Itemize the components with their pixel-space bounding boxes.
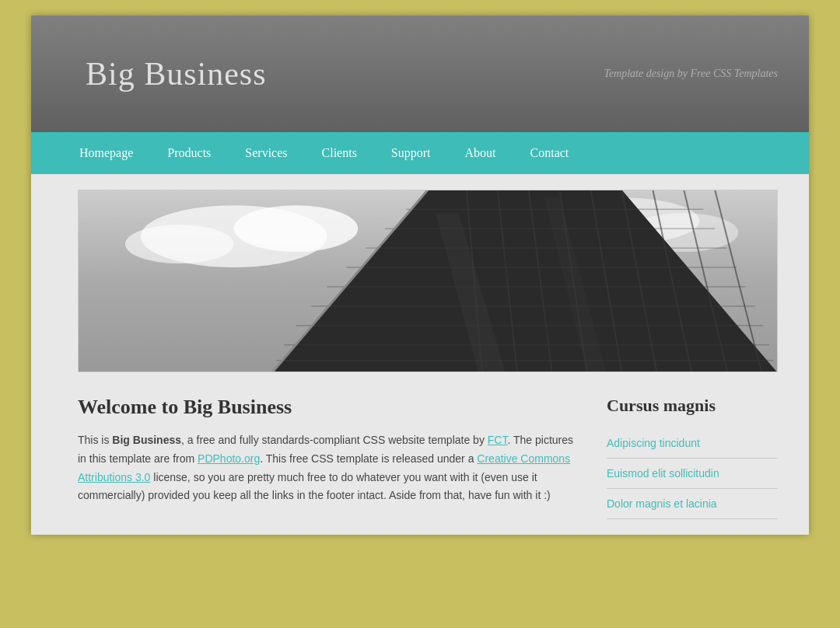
main-heading: Welcome to Big Business (78, 396, 583, 419)
svg-point-3 (125, 225, 234, 263)
sidebar-item-2[interactable]: Euismod elit sollicitudin (607, 459, 778, 489)
nav-link-services[interactable]: Services (228, 132, 304, 174)
fct-link[interactable]: FCT (488, 434, 508, 446)
page-wrapper: Big Business Template design by Free CSS… (31, 16, 809, 535)
main-nav: Homepage Products Services Clients Suppo… (31, 132, 809, 174)
intro-text-2: , a free and fully standards-compliant C… (181, 434, 488, 446)
nav-item-homepage[interactable]: Homepage (62, 132, 150, 174)
sidebar-link-2[interactable]: Euismod elit sollicitudin (607, 467, 719, 480)
intro-text-4: . This free CSS template is released und… (260, 452, 477, 465)
sidebar-item-3[interactable]: Dolor magnis et lacinia (607, 489, 778, 519)
nav-item-products[interactable]: Products (150, 132, 228, 174)
sidebar-list: Adipiscing tincidunt Euismod elit sollic… (607, 428, 778, 519)
pdphoto-link[interactable]: PDPhoto.org (198, 452, 260, 465)
hero-image (78, 190, 778, 372)
intro-bold: Big Business (112, 434, 181, 446)
nav-list: Homepage Products Services Clients Suppo… (62, 132, 778, 174)
sidebar-item-1[interactable]: Adipiscing tincidunt (607, 428, 778, 459)
nav-item-about[interactable]: About (448, 132, 513, 174)
site-title: Big Business (86, 55, 267, 92)
main-paragraph: This is Big Business, a free and fully s… (78, 431, 583, 505)
sidebar-link-1[interactable]: Adipiscing tincidunt (607, 437, 700, 449)
content-wrapper: Welcome to Big Business This is Big Busi… (31, 174, 809, 535)
hero-svg (79, 190, 777, 372)
main-content: Welcome to Big Business This is Big Busi… (78, 388, 583, 519)
nav-item-support[interactable]: Support (374, 132, 448, 174)
sidebar-heading: Cursus magnis (607, 396, 778, 416)
svg-point-2 (234, 205, 359, 252)
content-columns: Welcome to Big Business This is Big Busi… (78, 388, 778, 535)
nav-item-services[interactable]: Services (228, 132, 304, 174)
nav-link-contact[interactable]: Contact (513, 132, 586, 174)
nav-item-contact[interactable]: Contact (513, 132, 586, 174)
site-tagline: Template design by Free CSS Templates (604, 68, 778, 80)
sidebar-link-3[interactable]: Dolor magnis et lacinia (607, 497, 717, 510)
nav-link-homepage[interactable]: Homepage (62, 132, 150, 174)
nav-link-support[interactable]: Support (374, 132, 448, 174)
nav-link-about[interactable]: About (448, 132, 513, 174)
site-header: Big Business Template design by Free CSS… (31, 16, 809, 132)
nav-item-clients[interactable]: Clients (305, 132, 374, 174)
sidebar: Cursus magnis Adipiscing tincidunt Euism… (607, 388, 778, 519)
intro-text-1: This is (78, 434, 112, 446)
nav-link-products[interactable]: Products (150, 132, 228, 174)
nav-link-clients[interactable]: Clients (305, 132, 374, 174)
